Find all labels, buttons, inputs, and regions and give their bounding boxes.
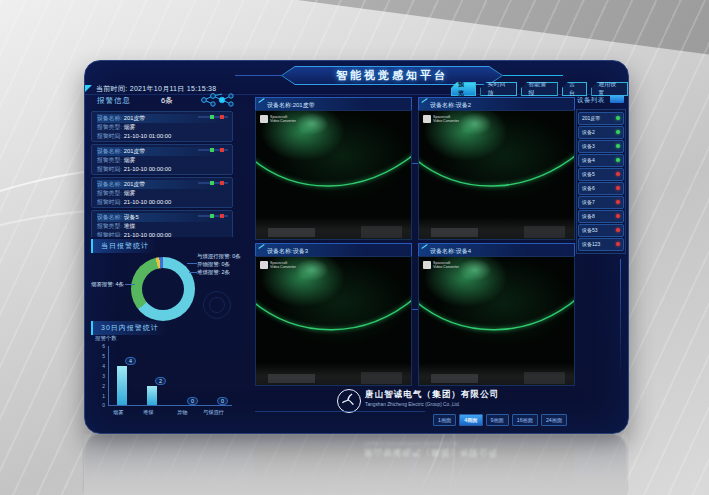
tab-playback[interactable]: 实时回放 (480, 82, 517, 96)
type-label: 报警类型: (97, 223, 122, 229)
video-title: 设备名称:201皮带 (267, 101, 315, 110)
device-item[interactable]: 设备53 (578, 224, 624, 237)
type-value: 烟雾 (124, 190, 136, 196)
leader-line (187, 263, 197, 264)
donut-label-mixed: 与煤混行报警: 0条 (197, 253, 241, 260)
device-value: 201皮带 (124, 148, 145, 154)
device-value: 设备5 (124, 214, 139, 220)
company-name-en: Tangshan Zhicheng Electric (Group) Co.,L… (365, 402, 460, 407)
alarm-indicator (198, 182, 228, 184)
device-item[interactable]: 设备4 (578, 154, 624, 167)
video-stream[interactable]: SpacecraftVideo Converter (255, 110, 412, 240)
video-panel-4[interactable]: 设备名称:设备4 SpacecraftVideo Converter (418, 243, 575, 386)
device-name: 设备5 (582, 171, 595, 177)
alarm-card[interactable]: 设备名称:设备5 报警类型:堆煤 报警时间:21-10-10 00:00:00 (91, 210, 233, 237)
alarm-panel: 报警信息 6条 设备名称:201皮带 报警类型:烟雾 (91, 95, 241, 429)
device-name: 201皮带 (582, 115, 600, 121)
type-label: 报警类型: (97, 124, 122, 130)
tab-label: 实时回放 (487, 80, 510, 98)
bar-category: 与煤混行 (203, 409, 224, 416)
reflection-video (417, 448, 574, 488)
device-item[interactable]: 设备6 (578, 182, 624, 195)
page-title: 智能视觉感知平台 (336, 68, 448, 83)
device-name: 设备7 (582, 199, 595, 205)
device-list-header-accent[interactable] (610, 95, 624, 103)
molecule-icon (199, 91, 239, 109)
reflection-company: 唐山智诚电气（集团）有限公司 (364, 446, 498, 458)
video-panel-3[interactable]: 设备名称:设备3 SpacecraftVideo Converter (255, 243, 412, 386)
status-dot (616, 186, 620, 190)
device-item[interactable]: 设备3 (578, 140, 624, 153)
video-stream[interactable]: SpacecraftVideo Converter (255, 256, 412, 386)
layout-24-button[interactable]: 24画面 (541, 414, 567, 426)
bar-category: 异物 (177, 409, 187, 416)
bar-value: 0 (217, 397, 228, 405)
device-label: 设备名称: (97, 214, 122, 220)
device-name: 设备8 (582, 213, 595, 219)
device-list: 201皮带 设备2 设备3 设备4 设备5 设备6 设备7 设备8 设备53 设… (576, 109, 626, 254)
alarm-card[interactable]: 设备名称:201皮带 报警类型:烟雾 报警时间:21-10-10 01:00:0… (91, 111, 233, 142)
video-panel-2[interactable]: 设备名称:设备2 SpacecraftVideo Converter (418, 97, 575, 240)
y-tick: 2 (95, 383, 105, 389)
bar-value: 4 (125, 357, 136, 365)
video-stream[interactable]: SpacecraftVideo Converter (418, 110, 575, 240)
footer: 唐山智诚电气（集团）有限公司 Tangshan Zhicheng Electri… (255, 387, 615, 427)
video-watermark: SpacecraftVideo Converter (423, 115, 459, 123)
device-name: 设备123 (582, 241, 600, 247)
monthly-stats-title: 30日内报警统计 (91, 321, 167, 335)
button-label: 1画面 (438, 417, 451, 424)
time-label: 报警时间: (97, 232, 122, 237)
status-dot (616, 200, 620, 204)
deco-line (620, 259, 621, 379)
video-watermark: SpacecraftVideo Converter (260, 261, 296, 269)
status-dot (616, 242, 620, 246)
dashboard-window: 当前时间: 2021年10月11日 15:15:38 智能视觉感知平台 预览 实… (84, 60, 629, 434)
donut-label-foreign: 异物报警: 0条 (197, 261, 230, 268)
status-dot (616, 116, 620, 120)
y-tick: 1 (95, 393, 105, 399)
time-label: 报警时间: (97, 199, 122, 205)
today-donut-chart (131, 257, 195, 321)
button-label: 24画面 (546, 417, 562, 424)
video-machinery (256, 217, 411, 239)
alarm-panel-header: 报警信息 6条 (91, 95, 241, 109)
donut-label-smoke: 烟雾报警: 4条 (91, 281, 124, 288)
layout-1-button[interactable]: 1画面 (433, 414, 456, 426)
video-watermark: SpacecraftVideo Converter (260, 115, 296, 123)
device-name: 设备6 (582, 185, 595, 191)
button-label: 16画面 (517, 417, 533, 424)
device-label: 设备名称: (97, 148, 122, 154)
dashboard-reflection: 唐山智诚电气（集团）有限公司 Tangshan Zhicheng Electri… (84, 434, 627, 492)
time-label: 报警时间: (97, 133, 122, 139)
company-name-cn: 唐山智诚电气（集团）有限公司 (365, 389, 499, 401)
device-item[interactable]: 设备123 (578, 238, 624, 251)
layout-9-button[interactable]: 9画面 (486, 414, 509, 426)
watermark-line2: Video Converter (270, 265, 296, 269)
tab-ptz[interactable]: 云台 (562, 82, 587, 96)
video-stream[interactable]: SpacecraftVideo Converter (418, 256, 575, 386)
video-title: 设备名称:设备2 (430, 101, 471, 110)
donut-label-coalpile: 堆煤报警: 2条 (197, 269, 230, 276)
alarm-card[interactable]: 设备名称:201皮带 报警类型:烟雾 报警时间:21-10-10 00:00:0… (91, 177, 233, 208)
bar-category: 堆煤 (143, 409, 153, 416)
tab-label: 预览 (458, 80, 469, 98)
device-item[interactable]: 设备2 (578, 126, 624, 139)
alarm-count-badge: 6条 (161, 96, 173, 106)
alarm-panel-title: 报警信息 (97, 96, 131, 106)
video-panel-1[interactable]: 设备名称:201皮带 SpacecraftVideo Converter (255, 97, 412, 240)
alarm-card[interactable]: 设备名称:201皮带 报警类型:烟雾 报警时间:21-10-10 00:00:0… (91, 144, 233, 175)
layout-16-button[interactable]: 16画面 (512, 414, 538, 426)
device-item[interactable]: 设备7 (578, 196, 624, 209)
tab-settings[interactable]: 通用设置 (591, 82, 628, 96)
alarm-list: 设备名称:201皮带 报警类型:烟雾 报警时间:21-10-10 01:00:0… (91, 111, 233, 237)
tab-smart-alarm[interactable]: 智能警报 (521, 82, 558, 96)
layout-4-button[interactable]: 4画面 (459, 414, 482, 426)
device-item[interactable]: 201皮带 (578, 112, 624, 125)
tab-preview[interactable]: 预览 (451, 82, 476, 96)
device-item[interactable]: 设备5 (578, 168, 624, 181)
device-item[interactable]: 设备8 (578, 210, 624, 223)
y-tick: 5 (95, 353, 105, 359)
video-watermark: SpacecraftVideo Converter (423, 261, 459, 269)
time-label: 报警时间: (97, 166, 122, 172)
video-title: 设备名称:设备4 (430, 247, 471, 256)
